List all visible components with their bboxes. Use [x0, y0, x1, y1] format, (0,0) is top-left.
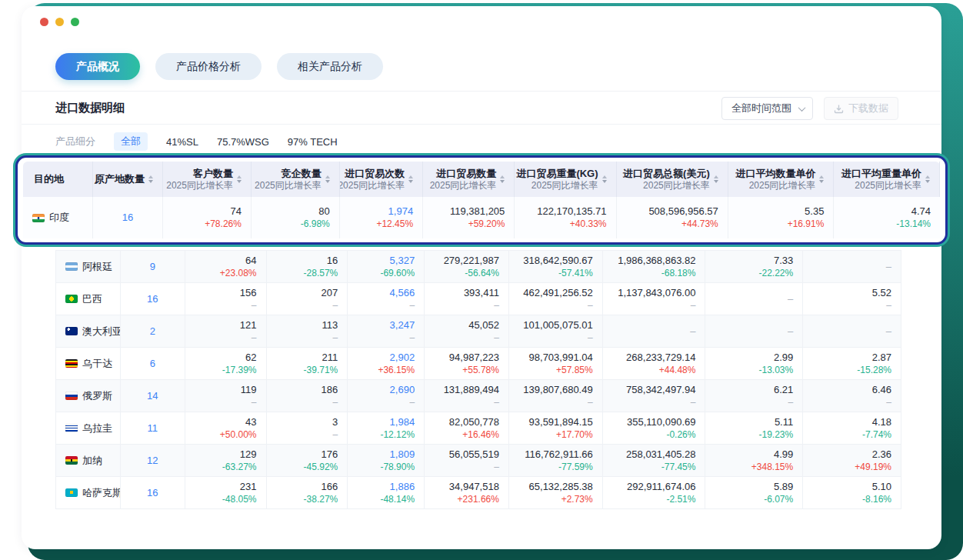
cell-value: 211 — [322, 352, 338, 364]
caret-up-icon — [148, 175, 153, 178]
minimize-window-dot[interactable] — [55, 18, 64, 26]
origin-count-value[interactable]: 6 — [150, 358, 155, 370]
cell-growth: -77.59% — [558, 462, 593, 473]
cell-value: 4.99 — [774, 448, 793, 461]
cell-growth: – — [333, 300, 338, 312]
metric-cell: 139,807,680.49– — [509, 380, 603, 412]
sort-icon[interactable] — [408, 175, 413, 183]
table-row[interactable]: 澳大利亚2121–113–3,247–45,052–101,005,075.01… — [56, 315, 901, 348]
caret-up-icon — [237, 175, 242, 178]
cell-value[interactable]: 5,327 — [390, 255, 415, 267]
metric-cell: 258,031,405.28-77.45% — [603, 445, 706, 476]
origin-count-cell: 9 — [121, 251, 185, 282]
table-row[interactable]: 乌干达662-17.39%211-39.71%2,902+36.15%94,98… — [56, 348, 901, 380]
origin-count-value[interactable]: 9 — [150, 261, 155, 273]
cell-value[interactable]: 1,809 — [390, 448, 415, 461]
cell-value[interactable]: 1,886 — [390, 481, 415, 493]
metric-cell: 4,566– — [348, 283, 425, 315]
origin-count-cell: 16 — [121, 283, 185, 315]
cell-value[interactable]: 3,247 — [390, 319, 415, 332]
sort-icon[interactable] — [819, 175, 824, 183]
table-row[interactable]: 巴西16156–207–4,566–393,411–462,491,256.52… — [56, 283, 901, 315]
cell-value: 5.10 — [872, 481, 891, 493]
toolbar: 全部时间范围 下载数据 — [721, 97, 898, 120]
metric-cell: – — [803, 315, 901, 347]
cell-value: 119,381,205 — [450, 205, 505, 218]
origin-count-value[interactable]: 12 — [147, 455, 158, 467]
sort-icon[interactable] — [714, 175, 718, 183]
cell-value[interactable]: 2,690 — [390, 384, 415, 396]
origin-count-value[interactable]: 14 — [147, 390, 158, 402]
cell-value: 6.46 — [872, 384, 891, 396]
cell-value: 4.18 — [872, 416, 891, 428]
maximize-window-dot[interactable] — [71, 18, 79, 26]
header-cell-inner: 进口平均重量单价2025同比增长率 — [841, 168, 930, 192]
time-range-select[interactable]: 全部时间范围 — [721, 97, 813, 120]
tab-related-product-analysis[interactable]: 相关产品分析 — [277, 53, 383, 80]
close-window-dot[interactable] — [40, 18, 48, 26]
cell-value: 101,005,075.01 — [523, 319, 592, 332]
table-row[interactable]: 加纳12129-63.27%176-45.92%1,809-78.90%56,0… — [56, 445, 901, 477]
tab-product-overview[interactable]: 产品概况 — [55, 53, 140, 80]
filter-option-757wsg[interactable]: 75.7%WSG — [217, 136, 269, 148]
cell-growth: – — [333, 429, 338, 441]
sort-icon[interactable] — [925, 175, 930, 183]
caret-down-icon — [237, 180, 242, 183]
metric-cell: 207– — [267, 283, 348, 315]
download-data-button[interactable]: 下载数据 — [824, 97, 898, 120]
country-name: 乌拉圭 — [82, 422, 112, 435]
filter-option-all[interactable]: 全部 — [114, 132, 148, 151]
cell-growth: +59.20% — [468, 218, 505, 230]
metric-cell: 2.87-15.28% — [803, 348, 901, 379]
cell-value[interactable]: 1,984 — [390, 416, 415, 428]
table-row[interactable]: 阿根廷964+23.08%16-28.57%5,327-69.60%279,22… — [56, 251, 901, 283]
cell-growth: +78.26% — [205, 218, 242, 230]
sort-icon[interactable] — [602, 175, 607, 183]
cell-value[interactable]: 1,974 — [388, 205, 414, 218]
origin-count-value[interactable]: 16 — [147, 293, 158, 305]
table-row[interactable]: 乌拉圭1143+50.00%3–1,984-12.12%82,050,778+1… — [56, 412, 901, 445]
divider — [22, 124, 941, 125]
cell-value: 292,911,674.06 — [627, 481, 695, 493]
filter-option-41sl[interactable]: 41%SL — [166, 136, 198, 148]
caret-up-icon — [325, 175, 330, 178]
table-row[interactable]: 哈萨克斯坦16231-48.05%166-38.27%1,886-48.14%3… — [56, 477, 901, 509]
origin-count-value[interactable]: 11 — [148, 422, 158, 435]
cell-value: 80 — [318, 205, 329, 218]
filter-option-97tech[interactable]: 97% TECH — [288, 136, 338, 148]
cell-growth: – — [409, 332, 415, 344]
header-cell: 客户数量2025同比增长率 — [163, 162, 252, 197]
cell-value[interactable]: 2,902 — [390, 352, 415, 364]
cell-value[interactable]: 4,566 — [390, 287, 415, 299]
cell-value: 98,703,991.04 — [529, 352, 593, 364]
cell-growth: -17.39% — [222, 365, 257, 376]
cell-value: 121 — [240, 319, 257, 332]
header-title: 客户数量 — [193, 168, 233, 180]
metric-cell: – — [803, 251, 901, 282]
header-subtitle: 2025同比增长率 — [166, 180, 233, 192]
header-cell: 进口平均数量单价2025同比增长率 — [728, 162, 835, 197]
metric-cell: 462,491,256.52– — [509, 283, 603, 315]
sort-icon[interactable] — [148, 175, 153, 183]
sort-icon[interactable] — [325, 175, 330, 183]
header-title: 原产地数量 — [95, 173, 145, 185]
sort-icon[interactable] — [237, 175, 242, 183]
download-label: 下载数据 — [848, 102, 888, 115]
caret-down-icon — [819, 180, 824, 183]
tab-product-price-analysis[interactable]: 产品价格分析 — [155, 53, 262, 80]
metric-cell: 2,902+36.15% — [348, 348, 425, 379]
sort-icon[interactable] — [500, 175, 505, 183]
origin-count-value[interactable]: 16 — [122, 212, 133, 224]
cell-value: 74 — [230, 205, 241, 218]
header-text: 客户数量2025同比增长率 — [166, 168, 233, 192]
metric-cell: 4.99+348.15% — [705, 445, 803, 476]
table-row[interactable]: 俄罗斯14119–186–2,690–131,889,494–139,807,6… — [56, 380, 901, 412]
table-row[interactable]: 印度1674+78.26%80-6.98%1,974+12.45%119,381… — [23, 197, 940, 238]
country-name: 澳大利亚 — [82, 325, 121, 338]
origin-count-value[interactable]: 2 — [150, 325, 155, 338]
cell-value: 131,889,494 — [444, 384, 499, 396]
metric-cell: 268,233,729.14+44.48% — [603, 348, 706, 379]
origin-count-cell: 16 — [121, 477, 185, 508]
origin-count-value[interactable]: 16 — [147, 487, 158, 499]
metric-cell: 5.89-6.07% — [705, 477, 803, 508]
